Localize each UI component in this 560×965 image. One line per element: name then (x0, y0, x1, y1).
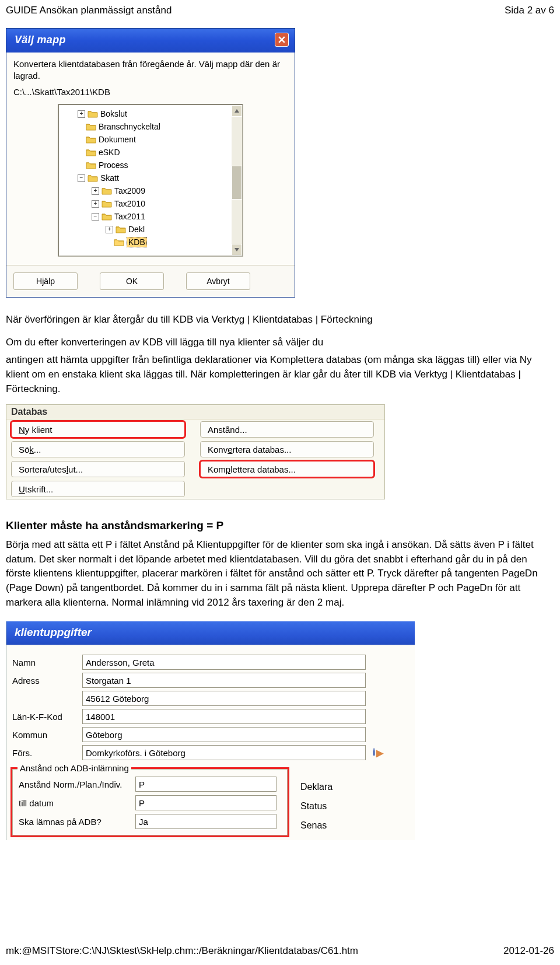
input-adress2[interactable]: 45612 Göteborg (82, 691, 366, 706)
tree-node[interactable]: +Bokslut (78, 107, 242, 120)
folder-icon (86, 135, 96, 144)
info-icon[interactable]: i▶ (373, 747, 383, 758)
page-header-pagenum: Sida 2 av 6 (505, 5, 554, 16)
label-lankfkod: Län-K-F-Kod (12, 712, 82, 722)
help-button[interactable]: Hjälp (13, 272, 78, 290)
label-till-datum: till datum (19, 798, 135, 808)
tree-node[interactable]: −Skatt (78, 172, 242, 184)
cancel-button[interactable]: Avbryt (186, 272, 250, 290)
collapse-icon[interactable]: − (78, 174, 85, 182)
label-namn: Namn (12, 658, 82, 667)
tree-node-label: KDB (127, 237, 147, 247)
groupbox-legend: Anstånd och ADB-inlämning (18, 763, 131, 773)
scrollbar[interactable] (232, 105, 242, 256)
utskrift-button[interactable]: Utskrift... (11, 481, 185, 497)
dialog-title: Välj mapp (15, 34, 66, 46)
folder-icon (86, 148, 96, 156)
dialog-description: Konvertera klientdatabasen från föregåen… (13, 58, 288, 81)
paragraph-3: Börja med att sätta ett P i fältet Anstå… (6, 538, 554, 610)
label-senas: Senas (300, 816, 332, 835)
input-lankfkod[interactable]: 148001 (82, 709, 366, 724)
paragraph-2a: Om du efter konverteringen av KDB vill l… (6, 335, 554, 350)
tree-node-label: Bokslut (100, 109, 127, 118)
tree-node[interactable]: Branschnyckeltal (78, 120, 242, 133)
tree-node-label: Branschnyckeltal (99, 122, 160, 131)
folder-icon (88, 174, 98, 182)
section-heading: Klienter måste ha anståndsmarkering = P (6, 519, 554, 532)
folder-dialog: Välj mapp Konvertera klientdatabasen frå… (6, 28, 295, 298)
scroll-up-icon[interactable] (232, 105, 242, 117)
anstand-groupbox: Anstånd och ADB-inlämning Anstånd Norm./… (12, 769, 288, 835)
input-fors[interactable]: Domkyrkoförs. i Göteborg (82, 745, 366, 760)
tree-node-label: Dokument (99, 135, 136, 144)
tree-node-label: Skatt (100, 173, 119, 183)
tree-node-label: Dekl (128, 225, 145, 234)
input-adb[interactable]: Ja (135, 814, 276, 829)
folder-icon (102, 187, 112, 195)
dialog-path: C:\...\Skatt\Tax2011\KDB (13, 87, 288, 97)
folder-tree[interactable]: +BokslutBranschnyckeltalDokumenteSKDProc… (58, 104, 243, 257)
input-till-datum[interactable]: P (135, 795, 276, 810)
page-header-title: GUIDE Ansökan planmässigt anstånd (6, 5, 172, 16)
input-adress1[interactable]: Storgatan 1 (82, 673, 366, 688)
new-client-button[interactable]: Ny klient (11, 421, 185, 438)
tree-node-label: Tax2010 (114, 199, 145, 208)
database-header: Databas (11, 407, 47, 417)
ok-button[interactable]: OK (100, 272, 164, 290)
folder-icon (88, 110, 98, 118)
label-adb: Ska lämnas på ADB? (19, 817, 135, 827)
folder-icon (86, 123, 96, 131)
new-client-label-rest: y klient (25, 425, 52, 435)
label-adress: Adress (12, 676, 82, 686)
client-form-title: klientuppgifter (6, 621, 415, 645)
input-anstand-type[interactable]: P (135, 777, 276, 792)
tree-node-label: eSKD (99, 148, 120, 157)
paragraph-2b: antingen att hämta uppgifter från befint… (6, 353, 554, 396)
label-status: Status (300, 796, 332, 816)
label-anstand-type: Anstånd Norm./Plan./Indiv. (19, 779, 135, 789)
tree-node[interactable]: KDB (106, 236, 242, 249)
expand-icon[interactable]: + (92, 187, 99, 195)
database-panel: Databas Ny klient Anstånd... Sök... Konv… (6, 404, 385, 499)
folder-icon (116, 225, 126, 233)
expand-icon[interactable]: + (106, 226, 113, 233)
scroll-down-icon[interactable] (232, 244, 242, 256)
close-icon[interactable] (275, 33, 289, 47)
label-fors: Förs. (12, 748, 82, 758)
tree-node-label: Tax2009 (114, 186, 145, 195)
input-kommun[interactable]: Göteborg (82, 727, 366, 742)
tree-node-label: Process (99, 160, 128, 170)
konvertera-button[interactable]: Konvertera databas... (200, 441, 374, 457)
client-form: klientuppgifter Namn Andersson, Greta Ad… (6, 621, 415, 840)
tree-node[interactable]: +Tax2010 (92, 197, 242, 210)
folder-icon (114, 238, 124, 246)
expand-icon[interactable]: + (78, 110, 85, 118)
label-deklara: Deklara (300, 777, 332, 796)
folder-icon (86, 161, 96, 169)
label-kommun: Kommun (12, 730, 82, 740)
tree-node[interactable]: +Dekl (106, 223, 242, 236)
anstand-button[interactable]: Anstånd... (200, 421, 374, 438)
folder-icon (102, 200, 112, 208)
expand-icon[interactable]: + (92, 200, 99, 208)
tree-node[interactable]: −Tax2011 (92, 210, 242, 223)
tree-node[interactable]: +Tax2009 (92, 184, 242, 197)
tree-node-label: Tax2011 (114, 212, 145, 221)
sortera-button[interactable]: Sortera/uteslut... (11, 461, 185, 477)
folder-icon (102, 212, 112, 221)
komplettera-button[interactable]: Komplettera databas... (200, 461, 374, 477)
input-namn[interactable]: Andersson, Greta (82, 655, 366, 670)
paragraph-1: När överföringen är klar återgår du till… (6, 313, 554, 327)
tree-node[interactable]: Process (78, 159, 242, 172)
sok-button[interactable]: Sök... (11, 441, 185, 457)
tree-node[interactable]: eSKD (78, 146, 242, 159)
scroll-thumb[interactable] (232, 166, 242, 200)
dialog-titlebar: Välj mapp (6, 29, 295, 53)
tree-node[interactable]: Dokument (78, 133, 242, 146)
collapse-icon[interactable]: − (92, 213, 99, 221)
